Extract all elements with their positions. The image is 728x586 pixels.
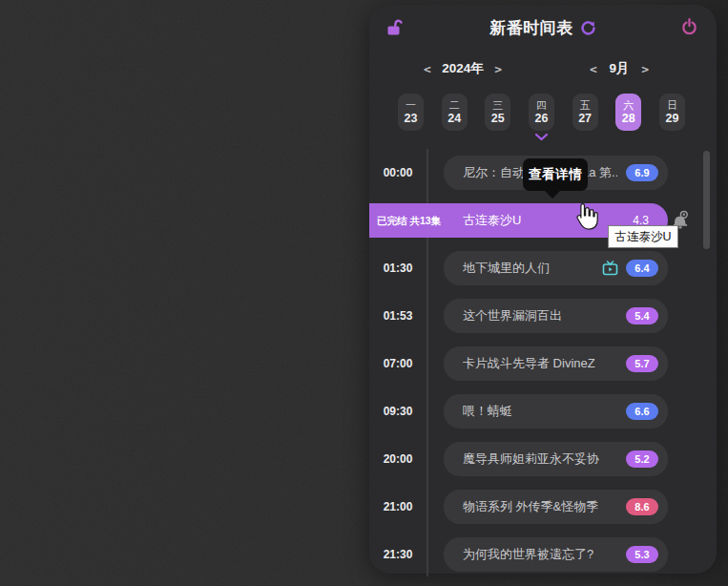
show-title: 地下城里的人们 — [463, 251, 550, 285]
day-button-26-today[interactable]: 四 26 — [529, 94, 554, 131]
month-label: 9月 — [609, 60, 629, 77]
day-button-23[interactable]: 一 23 — [398, 94, 424, 131]
rating-badge: 6.4 — [626, 260, 658, 277]
day-button-28-selected[interactable]: 六 28 — [615, 94, 641, 131]
schedule-row: 01:30 地下城里的人们 6.4 — [369, 251, 717, 285]
today-indicator-chevron-down-icon — [534, 133, 549, 141]
show-item[interactable]: 物语系列 外传季&怪物季 8.6 — [444, 490, 668, 524]
day-button-25[interactable]: 三 25 — [485, 94, 510, 131]
schedule-row: 07:00 卡片战斗先导者 DivineZ 5.7 — [369, 346, 717, 381]
time-label: 00:00 — [369, 156, 426, 190]
rating-badge: 5.2 — [626, 450, 658, 468]
refresh-icon — [580, 20, 596, 36]
day-button-24[interactable]: 二 24 — [442, 94, 468, 131]
schedule-row: 20:00 魔导具师妲莉亚永不妥协 5.2 — [369, 442, 717, 476]
page-title: 新番时间表 — [489, 17, 573, 39]
rating-badge: 5.4 — [626, 307, 658, 324]
year-next-button[interactable]: > — [492, 62, 504, 76]
show-item[interactable]: 魔导具师妲莉亚永不妥协 5.2 — [444, 442, 668, 476]
time-label: 20:00 — [369, 442, 426, 476]
show-title: 这个世界漏洞百出 — [463, 299, 562, 333]
show-item[interactable]: 卡片战斗先导者 DivineZ 5.7 — [444, 346, 668, 381]
year-selector: < 2024年 > — [422, 56, 504, 81]
show-item[interactable]: 为何我的世界被遗忘了? 5.3 — [444, 537, 668, 572]
show-title: 魔导具师妲莉亚永不妥协 — [463, 442, 599, 476]
show-title: 卡片战斗先导者 DivineZ — [463, 346, 595, 381]
day-selector-row: 一 23 二 24 三 25 四 26 五 27 六 28 日 29 — [398, 94, 685, 131]
time-label: 21:30 — [369, 537, 426, 572]
show-item[interactable]: 这个世界漏洞百出 5.4 — [444, 299, 668, 333]
show-title: 物语系列 外传季&怪物季 — [463, 490, 598, 524]
view-details-tooltip: 查看详情 — [523, 158, 588, 191]
show-title: 古连泰沙U — [463, 203, 521, 238]
month-next-button[interactable]: > — [639, 62, 651, 76]
time-label: 01:30 — [369, 251, 426, 285]
scrollbar-thumb[interactable] — [703, 151, 710, 249]
month-selector: < 9月 > — [588, 56, 651, 81]
schedule-row: 09:30 喂！蜻蜓 6.6 — [369, 394, 717, 429]
refresh-button[interactable] — [580, 20, 596, 36]
day-button-27[interactable]: 五 27 — [572, 94, 598, 131]
tv-broadcast-icon — [602, 261, 618, 276]
rating-badge: 6.6 — [626, 403, 658, 420]
schedule-row: 21:00 物语系列 外传季&怪物季 8.6 — [369, 490, 717, 524]
day-button-29[interactable]: 日 29 — [659, 94, 685, 131]
show-item[interactable]: 喂！蜻蜓 6.6 — [444, 394, 668, 429]
show-item[interactable]: 地下城里的人们 6.4 — [444, 251, 668, 285]
rating-badge: 5.7 — [626, 355, 658, 372]
power-icon — [681, 18, 697, 35]
schedule-widget-panel: 新番时间表 < 2024年 > < 9月 > 一 23 二 24 — [369, 5, 717, 574]
month-prev-button[interactable]: < — [588, 62, 599, 76]
schedule-row: 01:53 这个世界漏洞百出 5.4 — [369, 299, 717, 333]
time-label: 01:53 — [369, 299, 426, 333]
completion-status: 已完结 共13集 — [377, 203, 441, 238]
hover-title-tooltip: 古连泰沙U — [608, 225, 678, 248]
time-label: 21:00 — [369, 490, 426, 524]
year-prev-button[interactable]: < — [422, 62, 433, 76]
show-title: 为何我的世界被遗忘了? — [463, 537, 593, 572]
schedule-row: 21:30 为何我的世界被遗忘了? 5.3 — [369, 537, 717, 572]
power-button[interactable] — [681, 18, 697, 35]
rating-badge: 5.3 — [626, 546, 658, 563]
rating-badge: 8.6 — [626, 498, 658, 515]
rating-badge: 6.9 — [626, 164, 658, 181]
show-title: 喂！蜻蜓 — [463, 394, 512, 429]
year-label: 2024年 — [442, 60, 484, 77]
titlebar: 新番时间表 — [369, 17, 717, 39]
time-label: 09:30 — [369, 394, 426, 429]
time-label: 07:00 — [369, 346, 426, 381]
